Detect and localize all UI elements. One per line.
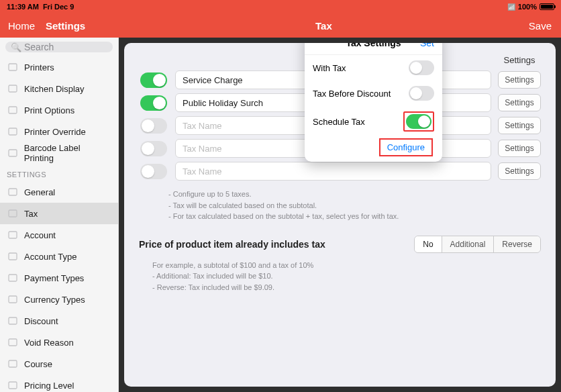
svg-rect-2 [9,107,17,113]
svg-rect-8 [9,253,17,260]
tax-settings-button[interactable]: Settings [498,71,541,89]
svg-rect-6 [9,210,17,217]
svg-rect-11 [9,317,17,324]
svg-rect-7 [9,232,17,238]
popover-row-label: With Tax [313,63,346,73]
sidebar-item-label: Discount [24,316,58,326]
sidebar-item-label: General [24,187,55,197]
svg-rect-4 [9,150,17,156]
tax-notes: - Configure up to 5 taxes.- Tax will be … [168,189,541,222]
currency-icon [7,293,19,305]
sidebar-section-label: SETTINGS [0,164,118,181]
sidebar-item-label: Currency Types [24,295,85,305]
popover-row-with-tax: With Tax [305,55,442,81]
sidebar-item-printer-override[interactable]: Printer Override [0,121,118,142]
segment-additional[interactable]: Additional [442,236,495,252]
sidebar-item-label: Kitchen Display [24,84,85,94]
sidebar-item-label: Void Reason [24,338,74,348]
printer-override-icon [7,126,19,138]
svg-rect-3 [9,128,17,135]
sidebar-item-label: Barcode Label Printing [24,143,111,163]
popover-toggle[interactable] [406,114,431,129]
sidebar-item-pricing-level[interactable]: Pricing Level [0,375,118,392]
sidebar-item-label: Payment Types [24,273,84,283]
svg-rect-1 [9,85,17,92]
nav-title: Tax [119,20,529,32]
sidebar-item-label: Course [24,359,52,369]
popover-toggle[interactable] [409,86,434,101]
sidebar-item-account[interactable]: Account [0,224,118,246]
status-time: 11:39 AM [7,3,39,11]
header-settings: Settings [498,55,541,65]
tax-settings-button[interactable]: Settings [498,117,541,134]
segment-reverse[interactable]: Reverse [494,236,540,252]
sidebar-item-payment-types[interactable]: Payment Types [0,267,118,289]
sidebar-item-label: Printer Override [24,127,86,137]
sidebar-item-label: Account Type [24,252,77,262]
sidebar-item-discount[interactable]: Discount [0,310,118,332]
sidebar-item-printers[interactable]: Printers [0,56,118,78]
svg-rect-12 [9,339,17,346]
svg-rect-13 [9,360,17,367]
includes-tax-segmented[interactable]: NoAdditionalReverse [414,236,541,253]
search-placeholder: Search [24,42,54,52]
popover-row-label: Schedule Tax [313,117,365,127]
account-icon [7,229,19,241]
sidebar-item-account-type[interactable]: Account Type [0,246,118,267]
tax-toggle[interactable] [140,72,167,88]
nav-home[interactable]: Home [8,20,35,32]
svg-rect-0 [9,64,17,70]
svg-rect-14 [9,382,17,389]
account-type-icon [7,250,19,262]
sidebar-item-label: Print Options [24,105,74,115]
popover-title: Tax Settings [346,43,401,48]
configure-button[interactable]: Configure [379,138,433,156]
includes-tax-title: Price of product item already includes t… [139,239,403,250]
sidebar-item-kitchen-display[interactable]: Kitchen Display [0,78,118,99]
nav-save[interactable]: Save [529,20,561,32]
tax-toggle[interactable] [140,95,167,111]
nav-settings[interactable]: Settings [46,20,85,32]
tax-settings-button[interactable]: Settings [498,162,541,180]
svg-rect-10 [9,296,17,303]
search-icon [11,42,21,52]
main-panel: Tax Name Settings Service ChargeSettings… [124,43,556,387]
search-input[interactable]: Search [5,42,113,52]
status-date: Fri Dec 9 [43,3,74,11]
sidebar-item-course[interactable]: Course [0,353,118,375]
popover-toggle[interactable] [409,60,434,75]
sidebar-item-label: Account [24,230,56,240]
popover-row-tax-before-discount: Tax Before Discount [305,81,442,106]
popover-set-button[interactable]: Set [420,43,434,48]
includes-tax-notes: For example, a subtotal of $100 and a ta… [152,260,541,293]
void-icon [7,336,19,348]
sidebar-item-currency-types[interactable]: Currency Types [0,289,118,310]
tax-name-input[interactable]: Tax Name [175,162,491,181]
nav-bar: Home Settings Tax Save [0,13,561,38]
sidebar-item-general[interactable]: General [0,181,118,203]
tax-settings-button[interactable]: Settings [498,140,541,157]
sidebar: Search PrintersKitchen DisplayPrint Opti… [0,38,119,392]
battery-icon [540,3,554,10]
sidebar-item-void-reason[interactable]: Void Reason [0,332,118,353]
tax-row: Tax NameSettings [139,162,541,181]
pricing-icon [7,379,19,391]
sidebar-item-print-options[interactable]: Print Options [0,99,118,121]
sidebar-item-label: Pricing Level [24,381,74,391]
tax-settings-button[interactable]: Settings [498,94,541,111]
battery-percent: 100% [518,3,537,11]
course-icon [7,358,19,370]
payment-icon [7,272,19,284]
sidebar-item-barcode-label-printing[interactable]: Barcode Label Printing [0,142,118,164]
tax-toggle[interactable] [140,164,167,179]
svg-rect-5 [9,189,17,195]
sidebar-item-tax[interactable]: Tax [0,203,118,224]
printer-icon [7,61,19,73]
tax-toggle[interactable] [140,118,167,134]
gear-icon [7,186,19,198]
wifi-icon [507,3,515,11]
tax-toggle[interactable] [140,141,167,156]
sidebar-item-label: Tax [24,209,38,219]
print-options-icon [7,104,19,116]
segment-no[interactable]: No [415,236,442,252]
